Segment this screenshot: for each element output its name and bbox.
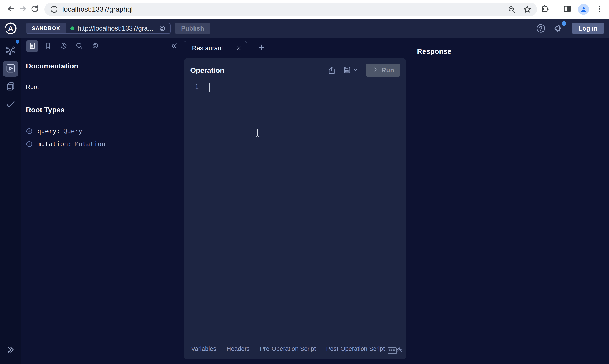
kebab-menu-icon[interactable] xyxy=(596,5,604,14)
sandbox-badge: SANDBOX xyxy=(26,23,66,33)
tab-variables[interactable]: Variables xyxy=(191,345,216,352)
field-name[interactable]: mutation: xyxy=(37,140,72,148)
reload-button[interactable] xyxy=(29,3,41,15)
publish-button[interactable]: Publish xyxy=(175,23,210,34)
megaphone-icon[interactable] xyxy=(553,23,564,34)
text-caret xyxy=(209,83,210,92)
zoom-out-icon[interactable] xyxy=(508,5,516,13)
plus-circle-icon[interactable] xyxy=(26,141,33,147)
root-types-list: query: Query mutation: Mutation xyxy=(26,127,178,148)
endpoint-pill: SANDBOX http://localhost:1337/gra... xyxy=(26,23,170,34)
response-title: Response xyxy=(417,47,609,55)
field-type[interactable]: Query xyxy=(63,127,82,135)
operation-tab-label[interactable]: Restaurant xyxy=(192,44,223,52)
apollo-sandbox-app: A SANDBOX http://localhost:1337/gra... P… xyxy=(0,19,609,364)
browser-actions xyxy=(541,4,604,15)
plus-icon xyxy=(257,43,266,52)
operation-tabbar: Restaurant xyxy=(183,41,406,55)
forward-button[interactable] xyxy=(17,3,29,15)
app-body: Documentation Root Root Types query: Que… xyxy=(0,38,609,364)
history-icon xyxy=(60,42,68,51)
chevron-double-right-icon xyxy=(6,345,15,355)
tab-headers[interactable]: Headers xyxy=(227,345,250,352)
browser-toolbar: localhost:1337/graphql xyxy=(0,0,609,19)
root-type-query[interactable]: query: Query xyxy=(26,127,178,135)
save-icon xyxy=(342,65,351,75)
changelog-icon xyxy=(5,81,16,92)
address-bar[interactable]: localhost:1337/graphql xyxy=(44,2,537,16)
close-tab-button[interactable] xyxy=(236,45,242,51)
root-types-title: Root Types xyxy=(26,106,178,114)
expand-rail-button[interactable] xyxy=(3,342,18,358)
field-name[interactable]: query: xyxy=(37,127,60,135)
apollo-sandbox-window: localhost:1337/graphql xyxy=(0,0,609,364)
documentation-icon xyxy=(28,42,36,51)
sidebar-item-checklist[interactable] xyxy=(3,97,18,112)
keyboard-shortcuts-icon[interactable] xyxy=(387,347,397,354)
collapse-panel-button[interactable] xyxy=(170,41,178,51)
documentation-content: Documentation Root Root Types query: Que… xyxy=(21,54,183,148)
plus-circle-icon[interactable] xyxy=(26,128,33,135)
code-area[interactable] xyxy=(199,80,406,338)
toolbar-main: SANDBOX http://localhost:1337/gra... Pub… xyxy=(21,19,609,38)
sidebar-item-schema[interactable] xyxy=(3,43,18,59)
forward-icon xyxy=(19,5,27,14)
back-icon xyxy=(7,5,15,14)
divider xyxy=(26,119,178,119)
operation-title: Operation xyxy=(190,66,224,75)
graph-icon xyxy=(5,45,16,57)
tab-search[interactable] xyxy=(73,40,85,52)
sidebar-item-changelog[interactable] xyxy=(3,79,18,94)
back-button[interactable] xyxy=(5,3,17,15)
sidebar-item-explorer[interactable] xyxy=(3,61,18,77)
tab-pre-operation-script[interactable]: Pre-Operation Script xyxy=(260,345,316,352)
divider xyxy=(556,5,557,14)
settings-gear-icon xyxy=(91,42,99,51)
documentation-title: Documentation xyxy=(26,62,178,70)
checklist-icon xyxy=(5,99,16,110)
new-tab-button[interactable] xyxy=(257,43,266,52)
documentation-tabbar xyxy=(21,38,183,54)
tab-history[interactable] xyxy=(58,40,69,52)
chevron-down-icon xyxy=(353,67,358,74)
apollo-logo[interactable]: A xyxy=(4,22,17,35)
operation-header: Operation xyxy=(183,58,406,80)
operation-code-editor[interactable]: 1 xyxy=(183,80,406,338)
side-panel-icon[interactable] xyxy=(563,4,572,14)
info-icon[interactable] xyxy=(50,5,58,13)
explorer-icon xyxy=(5,63,16,75)
url-text[interactable]: localhost:1337/graphql xyxy=(62,5,501,13)
tab-documentation[interactable] xyxy=(26,40,38,52)
extensions-icon[interactable] xyxy=(541,4,550,14)
operation-tab[interactable]: Restaurant xyxy=(183,41,247,55)
tab-saved-operations[interactable] xyxy=(42,40,54,52)
root-link[interactable]: Root xyxy=(26,83,178,91)
bookmark-icon xyxy=(44,42,52,51)
root-type-mutation[interactable]: mutation: Mutation xyxy=(26,140,178,148)
profile-avatar[interactable] xyxy=(578,4,589,15)
share-icon[interactable] xyxy=(325,66,338,75)
chevron-double-left-icon xyxy=(170,41,178,51)
operation-editor-section: Restaurant Operation xyxy=(183,38,406,364)
run-button-label: Run xyxy=(381,66,394,74)
operation-panel: Operation xyxy=(183,58,406,359)
rail-notification-dot xyxy=(16,40,19,44)
gear-icon[interactable] xyxy=(158,24,166,32)
endpoint-url-field[interactable]: http://localhost:1337/gra... xyxy=(66,24,170,32)
bookmark-star-icon[interactable] xyxy=(523,5,531,13)
save-menu[interactable] xyxy=(341,65,360,75)
tab-settings[interactable] xyxy=(89,40,101,52)
search-icon xyxy=(75,42,83,51)
help-icon[interactable] xyxy=(536,23,546,33)
login-button[interactable]: Log in xyxy=(572,23,604,34)
logo-column: A xyxy=(0,19,21,38)
left-rail xyxy=(0,38,21,364)
connection-status-dot xyxy=(70,26,74,30)
operation-footer: Variables Headers Pre-Operation Script P… xyxy=(183,338,406,359)
svg-text:A: A xyxy=(8,25,13,32)
field-type[interactable]: Mutation xyxy=(75,140,105,148)
endpoint-url-text[interactable]: http://localhost:1337/gra... xyxy=(78,25,153,32)
run-button[interactable]: Run xyxy=(366,64,401,77)
response-panel: Response xyxy=(406,38,609,364)
tab-post-operation-script[interactable]: Post-Operation Script xyxy=(326,345,385,352)
